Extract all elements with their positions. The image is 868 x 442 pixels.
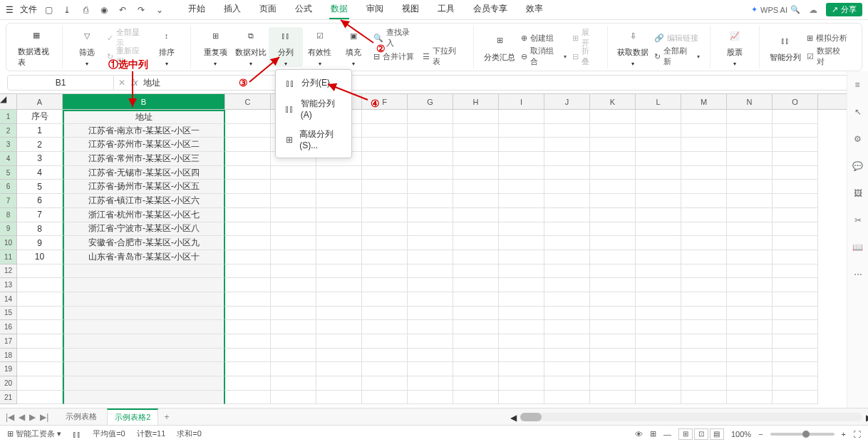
cell-D10[interactable]	[271, 236, 316, 250]
data-check-button[interactable]: ☑数据校对	[804, 48, 850, 65]
cell-C8[interactable]	[225, 208, 271, 222]
show-all-button[interactable]: ✓全部显示	[104, 29, 150, 46]
cell-A5[interactable]: 4	[17, 166, 63, 180]
cell-C6[interactable]	[225, 180, 271, 194]
cell-H10[interactable]	[453, 236, 499, 250]
cell-D20[interactable]	[271, 376, 316, 391]
cell-M9[interactable]	[681, 222, 727, 237]
cell-M5[interactable]	[681, 166, 727, 180]
cell-L5[interactable]	[636, 166, 681, 180]
cell-O8[interactable]	[773, 208, 818, 222]
cell-H1[interactable]	[453, 110, 499, 124]
cell-C11[interactable]	[225, 250, 271, 264]
pivot-table-button[interactable]: ▦数据透视表	[18, 26, 55, 68]
name-box[interactable]: B1	[7, 75, 114, 91]
cell-N5[interactable]	[727, 166, 773, 180]
cell-N3[interactable]	[727, 138, 773, 152]
data-compare-button[interactable]: ⧉数据对比▾	[232, 27, 269, 67]
cell-I17[interactable]	[499, 334, 544, 349]
col-header-G[interactable]: G	[408, 94, 453, 109]
cell-B7[interactable]: 江苏省-镇江市-某某区-小区六	[63, 194, 225, 208]
cell-N12[interactable]	[727, 264, 773, 279]
cell-N17[interactable]	[727, 334, 773, 349]
cell-O17[interactable]	[773, 334, 818, 349]
cell-G5[interactable]	[408, 166, 453, 180]
grid-icon[interactable]: ⊞	[650, 429, 656, 438]
tab-view[interactable]: 视图	[401, 0, 420, 19]
cell-G8[interactable]	[408, 208, 453, 222]
dropdown-smart-a[interactable]: ⫿⫿智能分列(A)	[276, 93, 351, 124]
cell-L8[interactable]	[636, 208, 681, 222]
cell-H5[interactable]	[453, 166, 499, 180]
cell-F4[interactable]	[362, 152, 408, 166]
cell-F1[interactable]	[362, 110, 408, 124]
row-header[interactable]: 12	[0, 264, 17, 279]
cell-C14[interactable]	[225, 292, 271, 307]
add-sheet-button[interactable]: +	[164, 412, 169, 422]
cell-G19[interactable]	[408, 362, 453, 376]
cell-O14[interactable]	[773, 292, 818, 307]
refresh-all-button[interactable]: ↻全部刷新▾	[651, 48, 703, 65]
side-book-icon[interactable]: 📖	[852, 241, 864, 254]
cell-F12[interactable]	[362, 264, 408, 279]
cell-B20[interactable]	[63, 376, 225, 391]
col-header-L[interactable]: L	[636, 94, 681, 109]
cell-O19[interactable]	[773, 362, 818, 376]
cell-M7[interactable]	[681, 194, 727, 208]
cell-B2[interactable]: 江苏省-南京市-某某区-小区一	[63, 124, 225, 138]
cell-J3[interactable]	[544, 138, 590, 152]
cell-I1[interactable]	[499, 110, 544, 124]
cell-H15[interactable]	[453, 307, 499, 321]
cell-E9[interactable]	[316, 222, 362, 237]
cell-N9[interactable]	[727, 222, 773, 237]
col-header-H[interactable]: H	[453, 94, 499, 109]
cell-G4[interactable]	[408, 152, 453, 166]
sheet-last-icon[interactable]: ▶|	[40, 412, 48, 422]
cell-N18[interactable]	[727, 349, 773, 363]
cell-K2[interactable]	[590, 124, 636, 138]
cell-H2[interactable]	[453, 124, 499, 138]
cell-H17[interactable]	[453, 334, 499, 349]
cell-B5[interactable]: 江苏省-无锡市-某某区-小区四	[63, 166, 225, 180]
cell-E7[interactable]	[316, 194, 362, 208]
cell-F11[interactable]	[362, 250, 408, 264]
cell-J16[interactable]	[544, 320, 590, 334]
row-header[interactable]: 8	[0, 208, 17, 222]
cell-F5[interactable]	[362, 166, 408, 180]
cell-M3[interactable]	[681, 138, 727, 152]
sort-button[interactable]: ↕排序▾	[150, 27, 184, 67]
cell-E13[interactable]	[316, 278, 362, 292]
cell-L2[interactable]	[636, 124, 681, 138]
cell-E17[interactable]	[316, 334, 362, 349]
cell-B19[interactable]	[63, 362, 225, 376]
cell-A6[interactable]: 5	[17, 180, 63, 194]
cell-H16[interactable]	[453, 320, 499, 334]
stock-button[interactable]: 📈股票▾	[718, 27, 752, 67]
cell-G2[interactable]	[408, 124, 453, 138]
save-icon[interactable]: ⤓	[61, 4, 73, 16]
cell-J21[interactable]	[544, 391, 590, 405]
cell-I3[interactable]	[499, 138, 544, 152]
sheet-tab-1[interactable]: 示例表格	[58, 409, 104, 424]
fx-icon[interactable]: fx	[131, 78, 138, 88]
find-input-button[interactable]: 🔍查找录入	[371, 29, 420, 46]
cell-N7[interactable]	[727, 194, 773, 208]
cell-A12[interactable]	[17, 264, 63, 279]
cell-M6[interactable]	[681, 180, 727, 194]
tab-page[interactable]: 页面	[258, 0, 278, 19]
zoom-value[interactable]: 100%	[731, 430, 751, 438]
cell-D19[interactable]	[271, 362, 316, 376]
cell-O11[interactable]	[773, 250, 818, 264]
cell-N10[interactable]	[727, 236, 773, 250]
cell-N8[interactable]	[727, 208, 773, 222]
cell-I13[interactable]	[499, 278, 544, 292]
cell-H14[interactable]	[453, 292, 499, 307]
cell-N19[interactable]	[727, 362, 773, 376]
cell-K17[interactable]	[590, 334, 636, 349]
cell-J14[interactable]	[544, 292, 590, 307]
tab-vip[interactable]: 会员专享	[472, 0, 509, 19]
smart-split-button[interactable]: ⫿⫿智能分列	[767, 32, 803, 63]
cell-L3[interactable]	[636, 138, 681, 152]
cell-K21[interactable]	[590, 391, 636, 405]
cell-A16[interactable]	[17, 320, 63, 334]
